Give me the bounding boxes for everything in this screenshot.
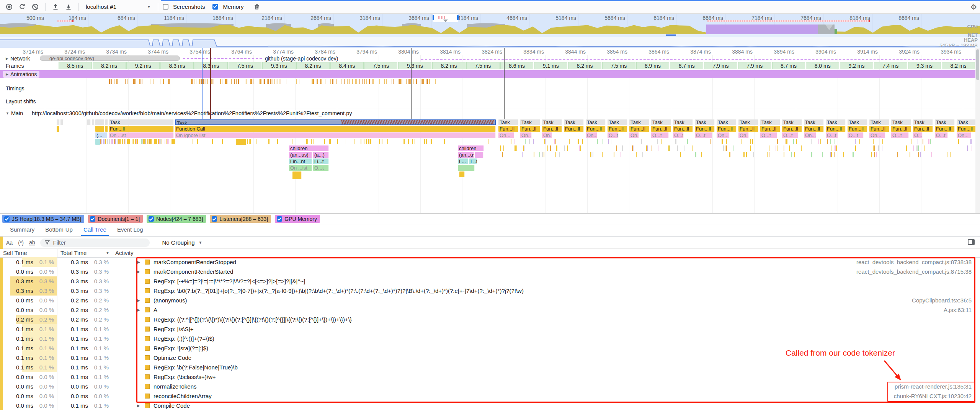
flame-bar[interactable]: On... xyxy=(957,132,971,138)
flame-bar[interactable]: Fun...ll xyxy=(891,126,911,132)
flame-bar[interactable]: On... xyxy=(804,132,816,138)
frame-cell[interactable]: 8.2 ms xyxy=(568,62,601,69)
frame-cell[interactable]: 8.4 ms xyxy=(330,62,364,69)
flame-bar[interactable]: Fun...ll xyxy=(695,126,715,132)
table-row[interactable]: 0.0 ms0.0 %0.0 ms0.0 %reconcileChildrenA… xyxy=(0,391,980,401)
source-link[interactable]: react_devtools_backend_compact.js:8738:3… xyxy=(856,257,972,267)
counter-legend-chip[interactable]: Nodes[424 – 7 683] xyxy=(147,215,206,223)
network-request-bar[interactable]: ge-api codecov dev) xyxy=(40,56,180,61)
flame-bar[interactable] xyxy=(60,119,63,125)
frame-cell[interactable]: 7.5 ms xyxy=(466,62,500,69)
flame-bar[interactable] xyxy=(292,172,302,179)
timeline-overview[interactable]: 500 ms184 ms684 ms1184 ms1684 ms2184 ms2… xyxy=(0,14,980,37)
match-whole-word-toggle[interactable]: ab xyxy=(29,240,35,245)
flame-bar[interactable]: Task xyxy=(957,119,977,125)
memory-checkbox[interactable] xyxy=(212,4,218,10)
flame-bar[interactable]: O...t xyxy=(913,132,923,138)
flame-bar[interactable]: Fun...ll xyxy=(782,126,802,132)
activity-cell[interactable]: normalizeTokensprism-react-renderer.js:1… xyxy=(112,382,980,391)
frame-cell[interactable]: 8.6 ms xyxy=(500,62,534,69)
frame-cell[interactable]: 9.3 ms xyxy=(398,62,431,69)
flame-bar[interactable]: Task xyxy=(717,119,737,125)
flame-bar[interactable]: O...t xyxy=(826,132,838,138)
flame-bar[interactable]: Fun...ll xyxy=(738,126,758,132)
flame-bar[interactable]: Task xyxy=(760,119,780,125)
tab-summary[interactable]: Summary xyxy=(5,224,40,236)
flame-bar[interactable]: L... xyxy=(458,158,468,164)
table-row[interactable]: 0.3 ms0.3 %0.3 ms0.3 %RegExp: \b0(?:b(?:… xyxy=(0,286,980,296)
flame-bar[interactable]: Function Call xyxy=(175,126,496,132)
flame-bar[interactable] xyxy=(458,165,475,171)
counter-legend-chip[interactable]: Listeners[288 – 633] xyxy=(210,215,271,223)
table-row[interactable]: 0.2 ms0.2 %0.2 ms0.2 %RegExp: ((?:^|[^{]… xyxy=(0,315,980,324)
frame-cell[interactable]: 8.2 ms xyxy=(296,62,330,69)
flame-bar[interactable] xyxy=(87,119,91,125)
counter-legend-chip[interactable]: GPU Memory xyxy=(275,215,320,223)
animations-track-label[interactable]: ▶Animations xyxy=(3,71,39,78)
flame-bar[interactable]: Task xyxy=(651,119,671,125)
activity-cell[interactable]: ▶markComponentRenderStartedreact_devtool… xyxy=(112,267,980,276)
flame-bar[interactable] xyxy=(95,119,104,125)
flame-bar[interactable]: On ...ist xyxy=(289,165,312,171)
table-row[interactable]: 0.3 ms0.3 %0.3 ms0.3 %RegExp: [-+%=]=?|!… xyxy=(0,276,980,286)
flame-bar[interactable]: Fun...ll xyxy=(498,126,518,132)
frame-cell[interactable]: 8.2 ms xyxy=(432,62,466,69)
flame-bar[interactable]: Task xyxy=(542,119,562,125)
flame-bar[interactable]: (a...) xyxy=(313,152,329,158)
table-row[interactable]: 0.0 ms0.0 %0.3 ms0.3 %▶markComponentRend… xyxy=(0,267,980,276)
flame-bar[interactable]: On... xyxy=(520,132,532,138)
selection-right-handle[interactable] xyxy=(457,15,459,20)
frame-cell[interactable]: 8.7 ms xyxy=(772,62,805,69)
flame-bar[interactable]: Task xyxy=(109,119,174,125)
activity-cell[interactable]: RegExp: (:)[^:()]+(?=\)$) xyxy=(112,334,980,343)
table-row[interactable]: 0.1 ms0.1 %0.1 ms0.1 %RegExp: \b(?:False… xyxy=(0,363,980,372)
table-row[interactable]: 0.0 ms0.0 %0.1 ms0.1 %▶Compile Code xyxy=(0,401,980,410)
activity-cell[interactable]: reconcileChildrenArraychunk-RY6NLCXT.js:… xyxy=(112,391,980,401)
flame-bar[interactable]: Fun...ll xyxy=(109,126,174,132)
flame-bar[interactable]: children xyxy=(289,145,329,151)
flame-bar[interactable] xyxy=(95,126,104,132)
flame-bar[interactable]: Li...t xyxy=(313,158,329,164)
frame-cell[interactable]: 9.3 ms xyxy=(262,62,296,69)
clear-button[interactable] xyxy=(30,2,41,12)
flame-bar[interactable]: (an...us) xyxy=(458,152,474,158)
grouping-select[interactable]: No Grouping ▼ xyxy=(162,239,202,246)
flame-bar[interactable]: Fun...ll xyxy=(848,126,867,132)
flame-bar[interactable]: Task xyxy=(520,119,540,125)
tab-call-tree[interactable]: Call Tree xyxy=(78,224,112,236)
flame-bar[interactable]: On... xyxy=(542,132,552,138)
activity-cell[interactable]: RegExp: [\s\S]+ xyxy=(112,324,980,334)
table-row[interactable]: 0.0 ms0.0 %0.0 ms0.0 %normalizeTokenspri… xyxy=(0,382,980,391)
frame-cell[interactable]: 8.3 ms xyxy=(194,62,228,69)
flame-bar[interactable]: O...t xyxy=(782,132,798,138)
flame-bar[interactable]: Fun...ll xyxy=(673,126,693,132)
flame-bar[interactable]: Task xyxy=(629,119,649,125)
source-link[interactable]: react_devtools_backend_compact.js:8715:3… xyxy=(856,267,972,276)
frame-cell[interactable]: 7.4 ms xyxy=(874,62,907,69)
expand-icon[interactable]: ▶ xyxy=(137,305,140,315)
flame-bar[interactable]: Fun...ll xyxy=(760,126,780,132)
flame-bar[interactable]: Fun...ll xyxy=(542,126,562,132)
flame-bar[interactable]: Task xyxy=(175,119,496,125)
load-profile-button[interactable] xyxy=(63,2,74,12)
flame-bar[interactable] xyxy=(105,126,108,132)
flame-bar[interactable]: Task xyxy=(608,119,627,125)
activity-cell[interactable]: RegExp: [-+%=]=?|!=|:=|\*\*?=?|\/\/?=?|<… xyxy=(112,276,980,286)
flame-bar[interactable]: On... xyxy=(498,132,514,138)
flame-bar[interactable]: Task xyxy=(564,119,584,125)
flame-bar[interactable]: Fun...ll xyxy=(804,126,824,132)
column-header-activity[interactable]: Activity xyxy=(112,249,980,257)
expand-icon[interactable]: ▶ xyxy=(137,267,140,276)
column-header-self-time[interactable]: Self Time xyxy=(0,249,57,257)
flame-bar[interactable]: children xyxy=(458,145,484,151)
flame-bar[interactable] xyxy=(92,119,95,125)
activity-cell[interactable]: RegExp: \b(?:False|None|True)\b xyxy=(112,363,980,372)
flame-bar[interactable]: Lin...nt xyxy=(289,158,312,164)
frame-cell[interactable]: 7.5 ms xyxy=(229,62,262,69)
source-link[interactable]: CopyClipboard.tsx:36:5 xyxy=(912,296,972,305)
flame-bar[interactable]: Task xyxy=(695,119,715,125)
source-link[interactable]: A.jsx:63:11 xyxy=(944,305,972,315)
flame-bar[interactable]: (an...us) xyxy=(289,152,312,158)
frame-cell[interactable]: 7.5 ms xyxy=(602,62,635,69)
flame-bar[interactable]: Fun...ll xyxy=(520,126,540,132)
